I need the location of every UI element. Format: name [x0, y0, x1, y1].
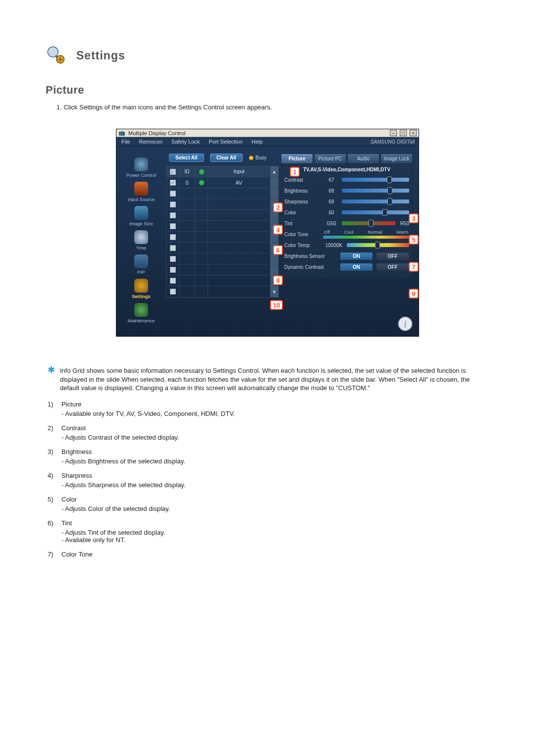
tab-image-lock[interactable]: Image Lock — [380, 153, 413, 163]
row-id — [179, 221, 195, 231]
tab-audio[interactable]: Audio — [347, 153, 379, 163]
row-id — [179, 275, 195, 286]
row-checkbox[interactable]: ✓ — [170, 289, 176, 295]
close-button[interactable]: × — [410, 130, 417, 136]
tone-cool[interactable]: Cool — [344, 230, 354, 235]
note-title: Contrast — [61, 424, 86, 432]
callout-5: 5 — [409, 235, 419, 245]
note-number: 3) — [48, 448, 56, 455]
scrollbar-track[interactable] — [270, 188, 278, 199]
menu-remocon[interactable]: Remocon — [139, 139, 162, 145]
note-item: 3)BrightnessAdjusts Brightness of the se… — [48, 448, 489, 465]
note-number: 1) — [48, 401, 56, 408]
page-heading: Settings — [76, 49, 125, 62]
note-sub: Available only for TV, AV, S-Video, Comp… — [61, 410, 489, 417]
tab-picture-pc[interactable]: Picture PC — [314, 153, 346, 163]
callout-1: 1 — [290, 167, 300, 177]
row-checkbox[interactable]: ✓ — [170, 180, 176, 186]
grid-row[interactable]: ✓ — [166, 232, 278, 243]
tone-bar[interactable] — [323, 236, 409, 239]
col-input: Input — [208, 166, 270, 177]
row-checkbox[interactable]: ✓ — [170, 202, 176, 207]
grid-row[interactable]: ✓ — [166, 221, 278, 232]
row-checkbox[interactable]: ✓ — [170, 267, 176, 273]
sidebar-item-maintenance[interactable]: Maintenance — [120, 302, 162, 325]
sidebar-item-pip[interactable]: PIP — [120, 253, 162, 277]
busy-indicator: Busy — [249, 155, 267, 160]
row-input — [208, 199, 270, 209]
grid-row[interactable]: ✓ — [166, 264, 278, 275]
row-checkbox[interactable]: ✓ — [170, 212, 176, 218]
slider-color[interactable] — [342, 210, 409, 214]
row-contrast: Contrast 67 — [284, 175, 409, 184]
scrollbar-track[interactable] — [270, 253, 278, 264]
star-note-text: Info Grid shows some basic information n… — [60, 366, 489, 393]
row-input — [208, 210, 270, 220]
numbered-notes: 1)PictureAvailable only for TV, AV, S-Vi… — [48, 401, 489, 558]
sidebar-item-input-source[interactable]: Input Source — [120, 181, 162, 204]
menu-safety-lock[interactable]: Safety Lock — [171, 139, 200, 145]
sidebar: Power Control Input Source Image Size Ti… — [116, 153, 166, 325]
grid-row[interactable]: ✓ — [166, 253, 278, 264]
grid-row[interactable]: ✓ — [166, 199, 278, 210]
menu-help[interactable]: Help — [252, 139, 263, 145]
info-icon[interactable]: i — [397, 315, 414, 332]
row-input — [208, 232, 270, 242]
slider-tint[interactable] — [342, 221, 395, 225]
callout-6: 6 — [273, 245, 283, 255]
row-checkbox[interactable]: ✓ — [170, 256, 176, 262]
row-color-temp: Color Temp 10000K — [284, 241, 409, 250]
dynamic-contrast-on[interactable]: ON — [340, 263, 373, 271]
picture-panel: TV,AV,S-Video,Component,HDMI,DTV Contras… — [281, 163, 413, 278]
row-checkbox[interactable]: ✓ — [170, 191, 176, 197]
instruction-step: 1. Click Settings of the main icons and … — [56, 103, 489, 111]
scrollbar-track[interactable] — [270, 177, 278, 188]
grid-row[interactable]: ✓0AV — [166, 177, 278, 188]
grid-row[interactable]: ✓▾ — [166, 286, 278, 297]
menu-file[interactable]: File — [121, 139, 130, 145]
row-checkbox[interactable]: ✓ — [170, 245, 176, 251]
note-sub: Adjusts Brightness of the selected displ… — [61, 457, 489, 465]
scrollbar-track[interactable]: ▾ — [270, 286, 278, 297]
note-title: Brightness — [61, 448, 92, 455]
sidebar-item-settings[interactable]: Settings — [120, 278, 162, 301]
header-checkbox[interactable]: ✓ — [170, 169, 176, 175]
maximize-button[interactable]: □ — [400, 130, 407, 136]
slider-color-temp[interactable] — [347, 243, 409, 247]
slider-contrast[interactable] — [342, 178, 409, 182]
callout-9: 9 — [409, 289, 419, 299]
menu-port-selection[interactable]: Port Selection — [209, 139, 242, 145]
scroll-up-button[interactable]: ▴ — [270, 166, 278, 177]
brightness-sensor-on[interactable]: ON — [340, 252, 373, 260]
grid-row[interactable]: ✓ — [166, 188, 278, 199]
dynamic-contrast-off[interactable]: OFF — [376, 263, 409, 271]
row-input — [208, 243, 270, 253]
clear-all-button[interactable]: Clear All — [210, 153, 243, 162]
section-title: Picture — [46, 84, 489, 97]
callout-3: 3 — [409, 213, 419, 223]
sidebar-item-image-size[interactable]: Image Size — [120, 205, 162, 228]
slider-brightness[interactable] — [342, 189, 409, 193]
scrollbar-track[interactable] — [270, 264, 278, 275]
grid-row[interactable]: ✓ — [166, 210, 278, 221]
row-checkbox[interactable]: ✓ — [170, 223, 176, 229]
row-checkbox[interactable]: ✓ — [170, 234, 176, 240]
row-status-ok-icon — [199, 180, 205, 186]
tab-picture[interactable]: Picture — [281, 153, 313, 163]
row-checkbox[interactable]: ✓ — [170, 278, 176, 284]
select-all-button[interactable]: Select All — [169, 153, 204, 162]
callout-2: 2 — [273, 202, 283, 212]
sidebar-item-power-control[interactable]: Power Control — [120, 156, 162, 180]
minimize-button[interactable]: – — [390, 130, 397, 136]
image-size-icon — [134, 206, 148, 220]
slider-sharpness[interactable] — [342, 200, 409, 203]
grid-row[interactable]: ✓ — [166, 275, 278, 286]
busy-dot-icon — [249, 155, 254, 160]
power-icon — [134, 157, 148, 171]
brightness-sensor-off[interactable]: OFF — [376, 252, 409, 260]
sidebar-item-time[interactable]: Time — [120, 229, 162, 252]
tone-off[interactable]: Off — [324, 230, 330, 235]
grid-row[interactable]: ✓ — [166, 243, 278, 253]
tone-normal[interactable]: Normal — [368, 230, 382, 235]
tone-warm[interactable]: Warm — [396, 230, 408, 235]
